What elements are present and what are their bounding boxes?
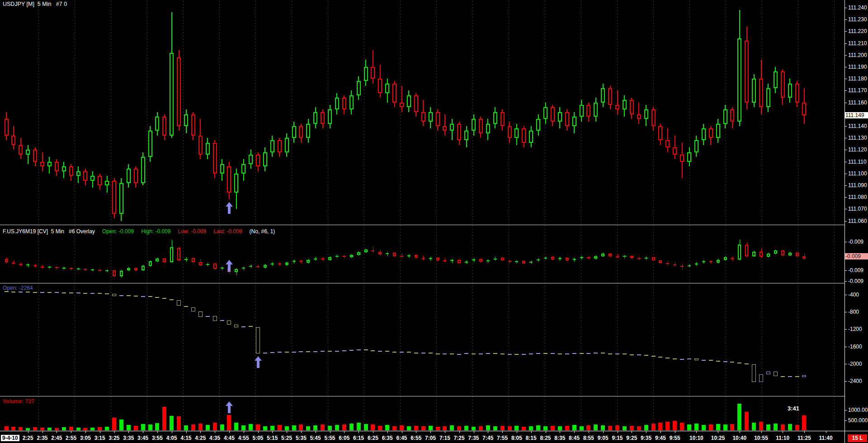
candle-body xyxy=(306,124,310,138)
delta-dash xyxy=(270,352,274,353)
time-axis-label: 4:35 xyxy=(209,435,220,441)
price-axis-label: 111.190 xyxy=(848,64,867,70)
overlay-candle-wick xyxy=(402,253,402,258)
overlay-candle-body xyxy=(666,263,669,264)
time-axis-label: 2:45 xyxy=(51,435,62,441)
delta-dash xyxy=(371,350,375,351)
candle-body xyxy=(737,38,741,121)
time-axis-label: 2:55 xyxy=(66,435,76,441)
candle-body xyxy=(378,79,382,93)
delta-dash xyxy=(558,353,562,354)
overlay-candle-body xyxy=(177,248,180,260)
volume-bar xyxy=(436,427,440,430)
overlay-candle-body xyxy=(335,256,339,257)
candle-body xyxy=(421,112,425,122)
delta-dash xyxy=(33,292,37,293)
candle-body xyxy=(105,181,109,185)
delta-dash xyxy=(608,353,612,354)
candle-body xyxy=(220,164,224,174)
delta-dash xyxy=(40,292,44,293)
volume-bar xyxy=(105,427,109,430)
time-axis-tick xyxy=(675,431,675,433)
overlay-candle-body xyxy=(630,256,633,259)
volume-bar xyxy=(457,426,461,430)
candle-body xyxy=(774,71,778,88)
volume-bar xyxy=(730,424,734,430)
time-axis-label: 6:25 xyxy=(368,435,378,441)
axis-tick xyxy=(844,197,847,198)
delta-bar xyxy=(198,311,203,316)
overlay-candle-body xyxy=(213,264,217,269)
delta-axis-label: -1600 xyxy=(848,344,862,350)
axis-tick xyxy=(844,79,847,79)
volume-bar xyxy=(335,425,339,430)
time-axis-tick xyxy=(172,431,172,433)
delta-dash xyxy=(730,362,734,363)
delta-dash xyxy=(26,292,30,292)
overlay-candle-body xyxy=(386,253,389,254)
time-axis-tick xyxy=(200,431,201,433)
bar-countdown-timer: 3:41 xyxy=(788,405,799,412)
candle-body xyxy=(716,124,720,138)
overlay-candle-body xyxy=(163,259,166,262)
panel-separator[interactable] xyxy=(0,283,844,283)
volume-bar xyxy=(486,425,490,430)
delta-dash xyxy=(141,296,145,297)
overlay-candle-body xyxy=(19,264,22,265)
overlay-candle-body xyxy=(429,258,432,259)
overlay-candle-body xyxy=(199,262,202,266)
overlay-candle-body xyxy=(702,261,705,262)
panel-separator[interactable] xyxy=(0,225,844,225)
price-axis-label: 111.240 xyxy=(848,5,867,11)
axis-tick xyxy=(844,150,847,150)
overlay-candle-body xyxy=(652,257,655,260)
volume-bar xyxy=(623,426,627,430)
time-axis-label: 7:55 xyxy=(497,435,508,441)
cumulative-panel-surface[interactable] xyxy=(0,283,844,396)
overlay-candle-body xyxy=(142,266,145,270)
axis-tick xyxy=(844,410,847,410)
overlay-candle-body xyxy=(724,257,727,260)
candle-body xyxy=(40,162,44,166)
delta-dash xyxy=(436,353,440,354)
candle-body xyxy=(522,128,526,142)
overlay-candle-body xyxy=(292,261,296,262)
volume-bar xyxy=(580,426,584,430)
time-axis-tick xyxy=(186,431,187,433)
time-axis-label: 8:15 xyxy=(526,435,537,441)
axis-tick xyxy=(844,55,847,56)
time-axis-label: 4:55 xyxy=(238,435,249,441)
volume-bar xyxy=(313,425,317,430)
overlay-candle-body xyxy=(479,259,482,262)
time-axis-label: 10:55 xyxy=(754,435,768,441)
time-axis-label: 11:40 xyxy=(819,435,833,441)
time-axis-tick xyxy=(603,431,604,433)
axis-tick xyxy=(844,138,847,138)
candle-body xyxy=(256,155,260,166)
time-axis-label: 6:45 xyxy=(396,435,407,441)
volume-bar xyxy=(206,425,210,430)
time-axis-tick xyxy=(387,431,388,433)
time-axis-label: 8:25 xyxy=(540,435,551,441)
volume-bar xyxy=(536,425,540,430)
volume-bar xyxy=(141,424,145,430)
volume-bar xyxy=(522,427,526,430)
volume-bar xyxy=(364,424,368,430)
overlay-axis-label: -0.009 xyxy=(848,267,863,273)
volume-bar xyxy=(702,425,706,430)
candle-body xyxy=(536,119,540,131)
volume-bar xyxy=(651,424,656,430)
time-axis-label: 4:15 xyxy=(180,435,191,441)
price-axis-label: 111.130 xyxy=(848,135,867,141)
delta-dash xyxy=(378,351,382,352)
overlay-last-badge: -0.009 xyxy=(845,253,868,259)
candle-body xyxy=(119,183,123,214)
time-axis-tick xyxy=(574,431,575,433)
delta-bar xyxy=(177,300,181,305)
panel-separator[interactable] xyxy=(0,396,844,396)
delta-dash xyxy=(536,353,540,354)
volume-bar xyxy=(558,426,562,430)
candle-body xyxy=(90,176,94,180)
delta-bar xyxy=(256,327,260,353)
delta-dash xyxy=(400,352,404,353)
